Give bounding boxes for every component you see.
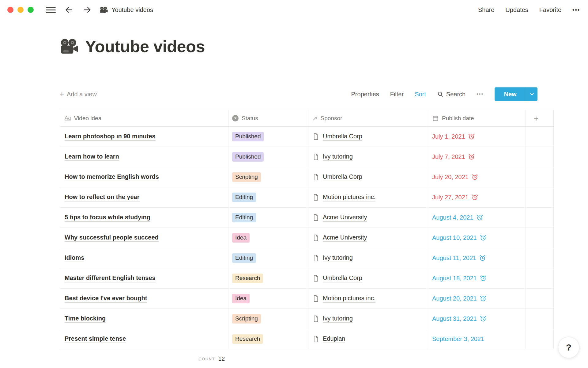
page-icon	[312, 214, 320, 221]
title-property-icon: Aa	[65, 115, 71, 121]
row-sponsor[interactable]: Umbrella Corp	[323, 274, 362, 282]
forward-button[interactable]	[82, 5, 92, 15]
row-date[interactable]: August 10, 2021	[432, 234, 487, 241]
row-sponsor[interactable]: Ivy tutoring	[323, 254, 353, 262]
help-button[interactable]: ?	[558, 337, 579, 358]
favorite-button[interactable]: Favorite	[539, 6, 561, 13]
status-badge[interactable]: Editing	[232, 193, 256, 202]
column-header-status[interactable]: Status	[228, 110, 308, 126]
table-row: How to memorize English words Scripting …	[60, 167, 554, 187]
page-header: Youtube videos	[60, 37, 205, 56]
row-sponsor[interactable]: Umbrella Corp	[323, 173, 362, 181]
back-button[interactable]	[64, 5, 74, 15]
reminder-clock-icon	[480, 295, 487, 302]
row-date[interactable]: July 7, 2021	[432, 153, 475, 160]
minimize-window-button[interactable]	[17, 7, 24, 13]
add-view-label: Add a view	[67, 91, 97, 98]
row-date[interactable]: August 4, 2021	[432, 214, 483, 221]
sidebar-menu-icon[interactable]	[46, 6, 56, 13]
page-icon	[312, 153, 320, 161]
row-title[interactable]: Learn how to learn	[65, 153, 119, 161]
row-sponsor[interactable]: Acme University	[323, 214, 367, 222]
row-date[interactable]: July 27, 2021	[432, 194, 478, 201]
row-sponsor[interactable]: Motion pictures inc.	[323, 194, 375, 201]
status-badge[interactable]: Idea	[232, 294, 250, 303]
share-button[interactable]: Share	[478, 6, 494, 13]
row-date[interactable]: July 20, 2021	[432, 174, 478, 181]
row-title[interactable]: How to reflect on the year	[65, 194, 140, 201]
new-button-label: New	[495, 87, 526, 101]
page-icon	[312, 173, 320, 181]
status-badge[interactable]: Scripting	[232, 314, 261, 324]
table-row: Idioms Editing Ivy tutoring August 11, 2…	[60, 248, 554, 268]
row-extra-cell	[526, 329, 554, 349]
breadcrumb[interactable]: Youtube videos	[100, 6, 153, 13]
table-header: Aa Video idea Status ↗ Sponsor Publish d…	[60, 110, 554, 127]
row-sponsor[interactable]: Ivy tutoring	[323, 315, 353, 323]
row-title[interactable]: Best device I've ever bought	[65, 295, 147, 303]
reminder-clock-icon	[479, 255, 486, 262]
row-title[interactable]: Why successful people succeed	[65, 234, 159, 242]
page-title[interactable]: Youtube videos	[85, 37, 205, 56]
updates-button[interactable]: Updates	[505, 6, 528, 13]
topbar-actions: Share Updates Favorite •••	[478, 6, 580, 13]
status-badge[interactable]: Research	[232, 334, 263, 344]
row-date[interactable]: July 1, 2021	[432, 133, 475, 140]
row-title[interactable]: How to memorize English words	[65, 173, 159, 181]
page-icon	[312, 335, 320, 343]
status-badge[interactable]: Published	[232, 152, 264, 162]
row-extra-cell	[526, 187, 554, 207]
more-options-icon[interactable]: •••	[572, 7, 580, 13]
table-row: How to reflect on the year Editing Motio…	[60, 187, 554, 208]
reminder-clock-icon	[476, 214, 483, 221]
database-table: Aa Video idea Status ↗ Sponsor Publish d…	[60, 110, 554, 368]
status-badge[interactable]: Editing	[232, 213, 256, 222]
close-window-button[interactable]	[7, 7, 13, 13]
reminder-clock-icon	[471, 174, 478, 181]
row-title[interactable]: Present simple tense	[65, 335, 126, 343]
filter-button[interactable]: Filter	[390, 91, 404, 98]
column-header-video-idea[interactable]: Aa Video idea	[60, 110, 228, 126]
table-row: 5 tips to focus while studying Editing A…	[60, 208, 554, 228]
row-title[interactable]: Idioms	[65, 254, 84, 262]
row-sponsor[interactable]: Motion pictures inc.	[323, 295, 375, 303]
row-date[interactable]: August 31, 2021	[432, 315, 487, 322]
row-date[interactable]: August 11, 2021	[432, 255, 486, 262]
forward-arrow-icon	[83, 5, 92, 14]
status-badge[interactable]: Scripting	[232, 172, 261, 182]
row-date[interactable]: August 18, 2021	[432, 275, 487, 282]
row-extra-cell	[526, 127, 554, 147]
add-column-button[interactable]: +	[526, 110, 554, 126]
status-badge[interactable]: Editing	[232, 253, 256, 263]
row-sponsor[interactable]: Umbrella Corp	[323, 133, 362, 141]
row-title[interactable]: Learn photoshop in 90 minutes	[65, 133, 156, 141]
plus-icon: +	[60, 90, 64, 98]
row-sponsor[interactable]: Acme University	[323, 234, 367, 242]
properties-button[interactable]: Properties	[351, 91, 379, 98]
topbar: Youtube videos Share Updates Favorite ••…	[0, 0, 588, 20]
status-badge[interactable]: Idea	[232, 233, 250, 243]
table-body: Learn photoshop in 90 minutes Published …	[60, 127, 554, 349]
add-view-button[interactable]: + Add a view	[60, 90, 97, 98]
new-record-button[interactable]: New	[495, 87, 537, 101]
status-badge[interactable]: Published	[232, 132, 264, 141]
reminder-clock-icon	[480, 275, 487, 282]
view-more-options-icon[interactable]: •••	[477, 91, 484, 97]
row-title[interactable]: 5 tips to focus while studying	[65, 214, 150, 222]
row-title[interactable]: Time blocking	[65, 315, 106, 323]
table-row: Master different English tenses Research…	[60, 268, 554, 289]
chevron-down-icon[interactable]	[526, 87, 537, 101]
row-date[interactable]: September 3, 2021	[432, 335, 484, 343]
row-sponsor[interactable]: Ivy tutoring	[323, 153, 353, 161]
row-extra-cell	[526, 228, 554, 248]
search-button[interactable]: Search	[437, 91, 466, 98]
count-row[interactable]: COUNT 12	[60, 349, 228, 368]
sort-button[interactable]: Sort	[415, 91, 426, 98]
zoom-window-button[interactable]	[28, 7, 34, 13]
status-badge[interactable]: Research	[232, 274, 263, 283]
row-sponsor[interactable]: Eduplan	[323, 335, 345, 343]
column-header-sponsor[interactable]: ↗ Sponsor	[308, 110, 427, 126]
column-header-publish-date[interactable]: Publish date	[427, 110, 526, 126]
row-title[interactable]: Master different English tenses	[65, 274, 156, 282]
row-date[interactable]: August 20, 2021	[432, 295, 487, 302]
